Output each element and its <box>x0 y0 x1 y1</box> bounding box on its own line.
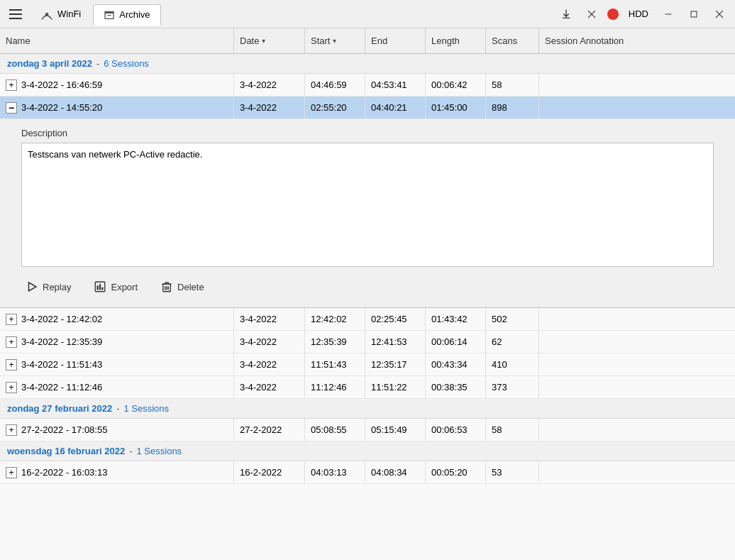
expand-button[interactable]: + <box>6 382 17 393</box>
group-sep-3: - <box>129 446 132 456</box>
cell-length: 00:06:14 <box>426 331 486 353</box>
main-content: zondag 3 april 2022 - 6 Sessions + 3-4-2… <box>0 54 735 560</box>
cell-start: 04:46:59 <box>305 74 365 96</box>
cell-date: 3-4-2022 <box>234 353 305 375</box>
cell-start: 11:51:43 <box>305 353 365 375</box>
detail-panel: Description Replay Export <box>0 119 735 308</box>
table-row[interactable]: + 16-2-2022 - 16:03:13 16-2-2022 04:03:1… <box>0 461 735 484</box>
cell-name: + 27-2-2022 - 17:08:55 <box>0 419 234 441</box>
cell-end: 04:08:34 <box>365 461 426 483</box>
expand-button[interactable]: + <box>6 336 17 348</box>
table-row[interactable]: + 3-4-2022 - 11:12:46 3-4-2022 11:12:46 … <box>0 376 735 399</box>
group-sessions-2: 1 Sessions <box>123 403 169 414</box>
hdd-label: HDD <box>624 9 653 19</box>
expand-button[interactable]: − <box>6 102 17 114</box>
cell-length: 00:43:34 <box>426 353 486 375</box>
export-button[interactable]: Export <box>89 278 142 296</box>
cell-end: 12:41:53 <box>365 331 426 353</box>
cell-annotation <box>539 376 735 398</box>
col-length: Length <box>426 28 486 53</box>
close-window-button[interactable] <box>709 4 729 24</box>
group-date-3: woensdag 16 februari 2022 <box>7 446 125 456</box>
titlebar-right: HDD <box>556 4 729 24</box>
wifi-icon <box>40 8 53 21</box>
tab-archive[interactable]: Archive <box>93 4 160 26</box>
cell-date: 3-4-2022 <box>234 308 305 330</box>
svg-rect-7 <box>97 286 99 290</box>
close-x-icon <box>587 9 597 19</box>
titlebar: WinFi Archive HDD <box>0 0 735 28</box>
minimize-button[interactable] <box>658 4 678 24</box>
col-end: End <box>365 28 426 53</box>
cell-scans: 502 <box>486 308 539 330</box>
col-date[interactable]: Date ▾ <box>234 28 305 53</box>
cell-annotation <box>539 308 735 330</box>
cell-start: 12:35:39 <box>305 331 365 353</box>
description-label: Description <box>21 128 714 138</box>
cell-length: 01:45:00 <box>426 97 486 119</box>
cell-date: 3-4-2022 <box>234 331 305 353</box>
col-start[interactable]: Start ▾ <box>305 28 365 53</box>
cell-name: + 3-4-2022 - 16:46:59 <box>0 74 234 96</box>
expand-button[interactable]: + <box>6 424 17 436</box>
delete-icon <box>160 280 173 293</box>
expand-button[interactable]: + <box>6 79 17 91</box>
minimize-icon <box>664 10 673 18</box>
delete-button[interactable]: Delete <box>156 278 209 296</box>
tab-wifi[interactable]: WinFi <box>31 4 90 24</box>
close-session-button[interactable] <box>582 4 602 24</box>
cell-annotation <box>539 353 735 375</box>
table-row[interactable]: + 3-4-2022 - 11:51:43 3-4-2022 11:51:43 … <box>0 353 735 376</box>
cell-name: + 3-4-2022 - 11:12:46 <box>0 376 234 398</box>
cell-length: 01:43:42 <box>426 308 486 330</box>
cell-date: 16-2-2022 <box>234 461 305 483</box>
start-sort-icon: ▾ <box>333 37 336 45</box>
cell-name: + 3-4-2022 - 11:51:43 <box>0 353 234 375</box>
table-row[interactable]: + 27-2-2022 - 17:08:55 27-2-2022 05:08:5… <box>0 419 735 441</box>
table-row[interactable]: + 3-4-2022 - 12:42:02 3-4-2022 12:42:02 … <box>0 308 735 331</box>
cell-annotation <box>539 419 735 441</box>
replay-button[interactable]: Replay <box>21 278 75 296</box>
export-icon <box>94 280 106 293</box>
tab-wifi-label: WinFi <box>57 9 81 19</box>
delete-label: Delete <box>177 282 204 292</box>
cell-end: 12:35:17 <box>365 353 426 375</box>
description-textarea[interactable] <box>21 143 714 267</box>
cell-end: 02:25:45 <box>365 308 426 330</box>
cell-annotation <box>539 74 735 96</box>
download-icon <box>560 9 572 20</box>
cell-date: 27-2-2022 <box>234 419 305 441</box>
tab-archive-label: Archive <box>119 9 150 20</box>
cell-date: 3-4-2022 <box>234 97 305 119</box>
cell-end: 04:53:41 <box>365 74 426 96</box>
group-date-2: zondag 27 februari 2022 <box>7 403 112 414</box>
cell-length: 00:05:20 <box>426 461 486 483</box>
cell-start: 05:08:55 <box>305 419 365 441</box>
cell-start: 11:12:46 <box>305 376 365 398</box>
cell-length: 00:06:53 <box>426 419 486 441</box>
expand-button[interactable]: + <box>6 359 17 370</box>
col-scans: Scans <box>486 28 539 53</box>
download-button[interactable] <box>556 4 576 24</box>
cell-scans: 58 <box>486 419 539 441</box>
restore-icon <box>690 10 698 18</box>
record-button[interactable] <box>607 9 619 20</box>
cell-date: 3-4-2022 <box>234 376 305 398</box>
group-header-2: zondag 27 februari 2022 - 1 Sessions <box>0 399 735 419</box>
col-name: Name <box>0 28 234 53</box>
date-sort-icon: ▾ <box>262 37 265 45</box>
table-row[interactable]: − 3-4-2022 - 14:55:20 3-4-2022 02:55:20 … <box>0 97 735 119</box>
hamburger-icon[interactable] <box>6 4 26 24</box>
table-row[interactable]: + 3-4-2022 - 12:35:39 3-4-2022 12:35:39 … <box>0 331 735 353</box>
cell-scans: 898 <box>486 97 539 119</box>
cell-name: − 3-4-2022 - 14:55:20 <box>0 97 234 119</box>
expand-button[interactable]: + <box>6 467 17 478</box>
cell-annotation <box>539 97 735 119</box>
cell-start: 04:03:13 <box>305 461 365 483</box>
cell-scans: 410 <box>486 353 539 375</box>
table-row[interactable]: + 3-4-2022 - 16:46:59 3-4-2022 04:46:59 … <box>0 74 735 97</box>
cell-scans: 373 <box>486 376 539 398</box>
restore-button[interactable] <box>684 4 704 24</box>
expand-button[interactable]: + <box>6 314 17 325</box>
cell-length: 00:06:42 <box>426 74 486 96</box>
